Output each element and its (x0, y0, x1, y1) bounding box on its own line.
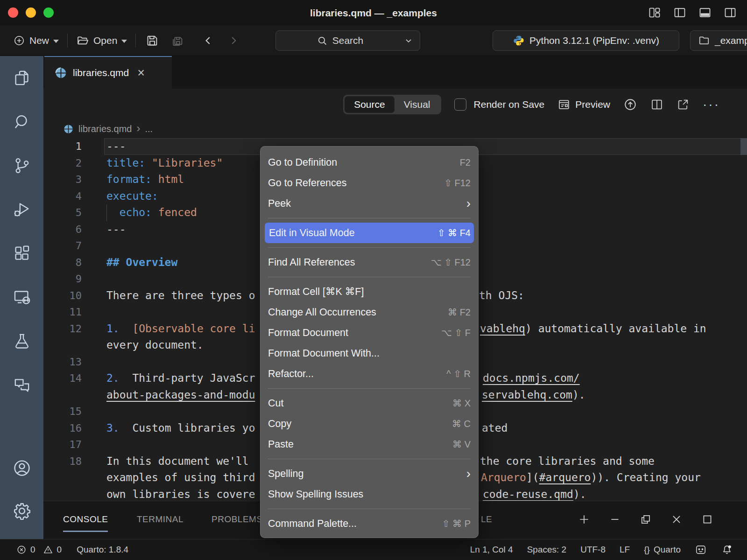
eol-status[interactable]: LF (620, 545, 630, 555)
search-input[interactable]: Search (275, 30, 420, 51)
menu-item-edit-in-visual-mode[interactable]: Edit in Visual Mode⇧ ⌘ F4 (265, 223, 474, 243)
navigate-back-icon[interactable] (190, 35, 222, 47)
menu-item-go-to-references[interactable]: Go to References⇧ F12 (261, 173, 478, 193)
sidebar-item-comments[interactable] (13, 363, 31, 407)
indentation-status[interactable]: Spaces: 2 (527, 545, 567, 555)
panel-maximize-icon[interactable] (701, 513, 713, 525)
preview-label: Preview (575, 99, 610, 110)
menu-item-format-document-with[interactable]: Format Document With... (261, 343, 478, 364)
line-number: 8 (43, 254, 82, 271)
code-text-fragment: servablehq.com). (482, 387, 585, 404)
panel-tab-console[interactable]: CONSOLE (63, 501, 108, 538)
menu-item-label: Go to Definition (268, 157, 460, 168)
menu-item-command-palette[interactable]: Command Palette...⇧ ⌘ P (261, 513, 478, 534)
menu-item-peek[interactable]: Peek› (261, 193, 478, 214)
sidebar-item-source-control[interactable] (13, 144, 31, 188)
more-actions-icon[interactable]: ··· (703, 97, 720, 112)
chevron-right-icon: › (136, 122, 140, 135)
sidebar-item-extensions[interactable] (13, 231, 31, 275)
menu-item-show-spelling-issues[interactable]: Show Spelling Issues (261, 484, 478, 504)
breadcrumb[interactable]: libraries.qmd › ... (43, 120, 747, 138)
menu-item-spelling[interactable]: Spelling› (261, 463, 478, 484)
search-icon (317, 35, 328, 46)
breadcrumb-file[interactable]: libraries.qmd (78, 124, 132, 134)
gear-icon (12, 501, 32, 521)
menu-item-label: Change All Occurrences (268, 307, 448, 318)
code-text: 1. [Observable core li (106, 321, 255, 337)
encoding-status[interactable]: UTF-8 (580, 545, 606, 555)
code-text: every document. (106, 337, 204, 354)
main-toolbar: New Open (0, 26, 747, 56)
toggle-secondary-sidebar-icon[interactable] (724, 6, 737, 19)
remote-console-icon (13, 288, 31, 307)
account-button[interactable] (12, 447, 32, 490)
panel-tab-problems[interactable]: PROBLEMS (211, 501, 263, 538)
folder-open-icon (76, 34, 89, 47)
line-number: 10 (43, 287, 82, 304)
language-mode-status[interactable]: {} Quarto (644, 545, 681, 555)
sidebar-item-explorer[interactable] (13, 56, 31, 100)
panel-tab-terminal[interactable]: TERMINAL (137, 501, 183, 538)
menu-item-format-document[interactable]: Format Document⌥ ⇧ F (261, 322, 478, 343)
sidebar-item-search[interactable] (13, 100, 31, 144)
menu-item-label: Command Palette... (268, 518, 442, 530)
new-button[interactable]: New (8, 35, 63, 47)
context-menu: Go to DefinitionF2Go to References⇧ F12P… (260, 146, 479, 538)
visual-mode-button[interactable]: Visual (395, 96, 440, 113)
menu-item-change-all-occurrences[interactable]: Change All Occurrences⌘ F2 (261, 302, 478, 322)
close-tab-icon[interactable]: × (137, 67, 145, 79)
new-label: New (29, 35, 49, 46)
menu-item-shortcut: ⌘ F2 (448, 307, 471, 318)
menu-item-paste[interactable]: Paste⌘ V (261, 434, 478, 455)
line-number: 14 (43, 370, 82, 387)
menu-item-format-cell-k-f[interactable]: Format Cell [⌘K ⌘F] (261, 281, 478, 302)
code-text-fragment: code-reuse.qmd). (483, 486, 586, 503)
publish-icon[interactable] (623, 98, 637, 112)
line-number: 11 (43, 304, 82, 321)
panel-restore-icon[interactable] (640, 513, 652, 525)
code-text: --- (106, 138, 126, 155)
customize-layout-icon[interactable] (648, 6, 661, 19)
menu-item-shortcut: ⌘ X (452, 398, 471, 409)
save-icon[interactable] (140, 34, 165, 48)
panel-plus-icon[interactable] (578, 513, 590, 525)
menu-item-shortcut: ⇧ ⌘ F4 (437, 227, 471, 238)
split-editor-icon[interactable] (650, 98, 663, 111)
files-icon (13, 69, 31, 87)
quarto-version-status[interactable]: Quarto: 1.8.4 (77, 545, 128, 555)
menu-item-copy[interactable]: Copy⌘ C (261, 413, 478, 434)
cursor-position-status[interactable]: Ln 1, Col 4 (470, 545, 513, 555)
menu-item-cut[interactable]: Cut⌘ X (261, 393, 478, 413)
sidebar-item-testing[interactable] (13, 319, 31, 363)
line-number: 15 (43, 403, 82, 420)
line-number: 13 (43, 354, 82, 371)
menu-item-find-all-references[interactable]: Find All References⌥ ⇧ F12 (261, 252, 478, 273)
toolbar-divider (67, 34, 68, 48)
menu-item-go-to-definition[interactable]: Go to DefinitionF2 (261, 152, 478, 173)
source-mode-button[interactable]: Source (345, 96, 395, 113)
problems-status[interactable]: 0 0 (16, 545, 62, 555)
scrollbar-thumb[interactable] (740, 138, 747, 155)
notifications-bell-icon[interactable] (721, 544, 733, 556)
render-on-save-checkbox[interactable] (454, 98, 466, 111)
settings-button[interactable] (12, 490, 32, 539)
panel-minimize-icon[interactable] (609, 513, 621, 525)
interpreter-selector-button[interactable]: Python 3.12.1 (PipEnv: .venv) (493, 30, 679, 51)
debug-icon (13, 200, 31, 219)
breadcrumb-ellipsis[interactable]: ... (145, 124, 153, 134)
toggle-sidebar-icon[interactable] (673, 6, 686, 19)
preview-button[interactable]: Preview (557, 98, 610, 111)
open-in-window-icon[interactable] (677, 98, 690, 111)
sidebar-item-remote-console[interactable] (13, 275, 31, 319)
menu-item-shortcut: ^ ⇧ R (446, 368, 471, 379)
toggle-panel-icon[interactable] (698, 6, 712, 19)
open-button[interactable]: Open (71, 34, 132, 47)
panel-close-icon[interactable] (670, 513, 683, 525)
chevron-down-icon[interactable] (404, 36, 413, 45)
panel-tab-clipped[interactable]: LE (481, 501, 492, 538)
sidebar-item-run-debug[interactable] (13, 188, 31, 231)
workspace-button[interactable]: _examples (690, 30, 747, 51)
feedback-smiley-icon[interactable] (695, 544, 707, 556)
tab-libraries-qmd[interactable]: libraries.qmd × (44, 56, 172, 89)
menu-item-refactor[interactable]: Refactor...^ ⇧ R (261, 364, 478, 384)
